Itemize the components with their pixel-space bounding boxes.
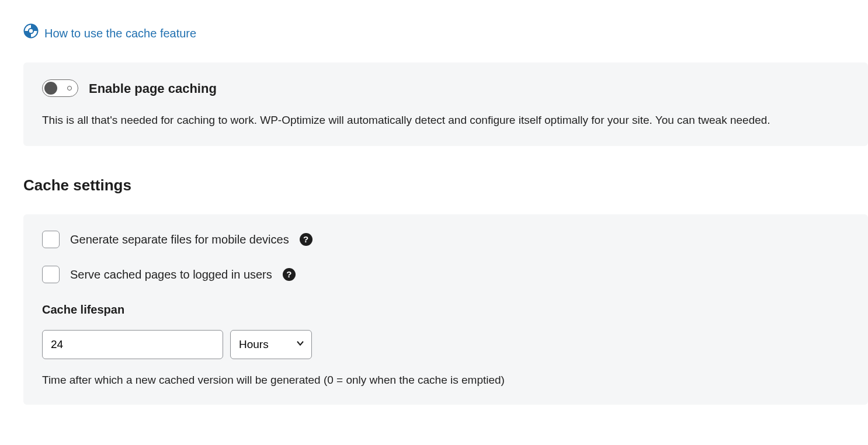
help-link[interactable]: How to use the cache feature — [44, 25, 196, 42]
help-link-row: How to use the cache feature — [23, 23, 868, 44]
enable-caching-toggle[interactable] — [42, 79, 78, 97]
logged-in-checkbox[interactable] — [42, 266, 60, 283]
lifespan-label: Cache lifespan — [42, 301, 849, 318]
logged-in-label: Serve cached pages to logged in users — [70, 266, 272, 283]
enable-caching-label: Enable page caching — [89, 79, 217, 98]
lifespan-hint: Time after which a new cached version wi… — [42, 372, 849, 389]
question-icon[interactable]: ? — [283, 268, 296, 281]
help-icon — [23, 23, 39, 44]
mobile-files-checkbox[interactable] — [42, 231, 60, 248]
cache-settings-panel: Generate separate files for mobile devic… — [23, 214, 868, 405]
enable-caching-panel: Enable page caching This is all that's n… — [23, 62, 868, 146]
question-icon[interactable]: ? — [300, 233, 313, 246]
lifespan-input[interactable] — [42, 330, 223, 359]
lifespan-unit-select[interactable]: Hours — [230, 330, 312, 359]
cache-settings-heading: Cache settings — [23, 174, 868, 197]
svg-point-1 — [29, 29, 33, 33]
enable-caching-description: This is all that's needed for caching to… — [42, 111, 849, 130]
mobile-files-label: Generate separate files for mobile devic… — [70, 231, 289, 248]
